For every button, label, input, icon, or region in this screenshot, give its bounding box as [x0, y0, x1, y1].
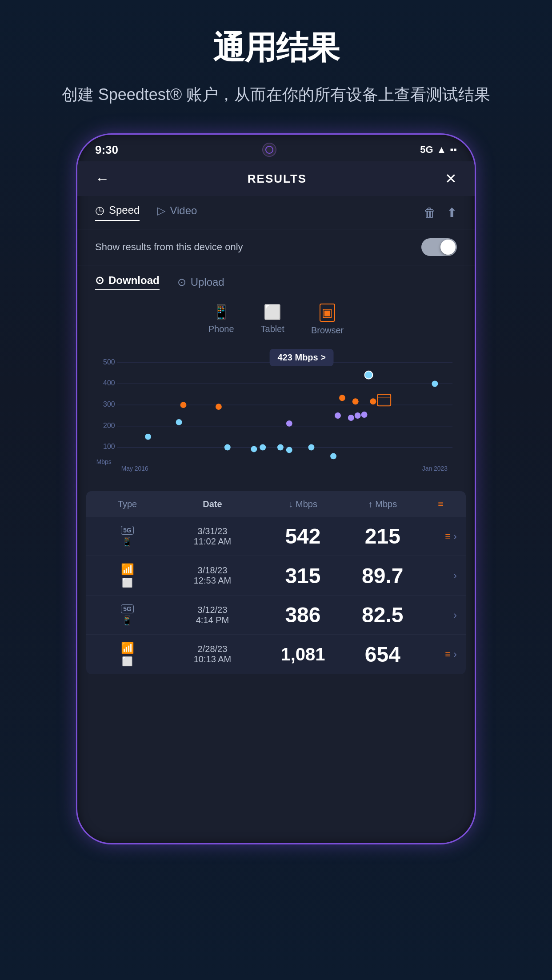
wifi-icon-2: 📶 [121, 563, 134, 576]
device-filter: 📱 Phone ⬜ Tablet ▣ Browser [77, 299, 475, 344]
upload-icon: ⊙ [177, 276, 186, 288]
chevron-icon-1[interactable]: › [453, 530, 457, 543]
svg-point-20 [308, 444, 314, 451]
date-cell-4: 2/28/23 10:13 AM [164, 644, 261, 664]
table-row[interactable]: 📶 ⬜ 2/28/23 10:13 AM 1,081 654 ≡ › [86, 635, 466, 674]
svg-text:Jan 2023: Jan 2023 [422, 465, 448, 472]
svg-point-30 [335, 412, 341, 419]
down-cell-4: 1,081 [265, 644, 340, 664]
dl-ul-row: ⊙ Download ⊙ Upload [77, 265, 475, 299]
header-report-icon: ≡ [438, 498, 444, 509]
svg-point-14 [176, 419, 182, 425]
device-icon-2: ⬜ [122, 577, 133, 588]
svg-point-16 [251, 446, 257, 452]
back-button[interactable]: ← [95, 171, 109, 187]
chevron-icon-4[interactable]: › [453, 648, 457, 660]
up-arrow-icon: ↑ [368, 499, 372, 509]
tab-video[interactable]: ▷ Video [157, 204, 197, 221]
th-down: ↓ Mbps [265, 499, 340, 509]
page-wrapper: 通用结果 创建 Speedtest® 账户，从而在你的所有设备上查看测试结果 9… [0, 0, 552, 980]
svg-point-33 [361, 412, 368, 418]
svg-rect-34 [377, 394, 391, 406]
delete-icon[interactable]: 🗑 [424, 205, 436, 220]
table-row[interactable]: 📶 ⬜ 3/18/23 12:53 AM 315 89.7 › [86, 556, 466, 596]
type-cell-4: 📶 ⬜ [95, 642, 160, 667]
up-cell-4: 654 [345, 642, 420, 667]
device-icon-3: 📱 [122, 615, 133, 626]
tab-actions: 🗑 ⬆ [424, 205, 457, 220]
video-label: Video [170, 204, 197, 217]
up-cell-1: 215 [345, 524, 420, 548]
svg-text:May 2016: May 2016 [121, 465, 148, 472]
date-4: 2/28/23 [164, 644, 261, 654]
close-button[interactable]: ✕ [445, 170, 457, 187]
tooltip-text: 423 Mbps > [278, 352, 326, 363]
svg-point-29 [286, 420, 292, 427]
speed-icon: ◷ [95, 204, 104, 216]
browser-device-label: Browser [311, 325, 344, 336]
phone-mockup: 9:30 5G ▲ ▪▪ ← RESULTS ✕ [76, 133, 476, 844]
device-browser[interactable]: ▣ Browser [311, 304, 344, 336]
device-icon-1: 📱 [122, 536, 133, 547]
nav-title: RESULTS [248, 172, 307, 186]
camera-inner [265, 146, 273, 154]
svg-point-19 [286, 447, 292, 453]
upload-tab[interactable]: ⊙ Upload [177, 276, 224, 288]
table-row[interactable]: 5G 📱 3/31/23 11:02 AM 542 215 ≡ › [86, 517, 466, 556]
side-button-2 [475, 339, 476, 375]
chart-svg: 500 400 300 200 100 Mbps May 2016 Jan 20… [91, 349, 461, 482]
chevron-icon-3[interactable]: › [453, 609, 457, 621]
device-icon-4: ⬜ [122, 656, 133, 667]
browser-device-icon: ▣ [320, 304, 335, 322]
chevron-icon-2[interactable]: › [453, 569, 457, 582]
svg-point-25 [216, 404, 222, 410]
th-up-label: Mbps [375, 499, 397, 509]
device-tablet[interactable]: ⬜ Tablet [261, 304, 284, 336]
time-2: 12:53 AM [164, 576, 261, 586]
date-1: 3/31/23 [164, 526, 261, 536]
tabs-row: ◷ Speed ▷ Video 🗑 ⬆ [77, 196, 475, 229]
svg-point-13 [145, 434, 151, 440]
device-phone[interactable]: 📱 Phone [208, 304, 234, 336]
results-table: Type Date ↓ Mbps ↑ Mbps [86, 491, 466, 674]
type-cell-2: 📶 ⬜ [95, 563, 160, 588]
date-cell-2: 3/18/23 12:53 AM [164, 565, 261, 586]
speed-label: Speed [109, 204, 140, 216]
type-cell-1: 5G 📱 [95, 526, 160, 547]
report-icon-1[interactable]: ≡ [445, 531, 451, 542]
action-cell-2: › [424, 569, 457, 582]
down-arrow-icon: ↓ [288, 499, 293, 509]
toggle-knob [440, 240, 456, 255]
status-icons: 5G ▲ ▪▪ [420, 144, 457, 156]
share-icon[interactable]: ⬆ [447, 205, 457, 220]
action-cell-4: ≡ › [424, 648, 457, 660]
toggle-switch[interactable] [421, 238, 457, 256]
svg-point-32 [355, 412, 361, 419]
status-bar: 9:30 5G ▲ ▪▪ [77, 135, 475, 161]
tab-speed[interactable]: ◷ Speed [95, 204, 140, 221]
report-icon-4[interactable]: ≡ [445, 648, 451, 660]
phone-device-label: Phone [208, 324, 234, 334]
battery-icon: ▪▪ [450, 144, 457, 156]
connection-badge-1: 5G [121, 526, 134, 535]
action-cell-3: › [424, 609, 457, 621]
table-row[interactable]: 5G 📱 3/12/23 4:14 PM 386 82.5 › [86, 596, 466, 635]
table-header: Type Date ↓ Mbps ↑ Mbps [86, 491, 466, 517]
svg-point-23 [432, 381, 438, 387]
date-cell-3: 3/12/23 4:14 PM [164, 605, 261, 625]
download-tab[interactable]: ⊙ Download [95, 274, 160, 290]
upload-label: Upload [191, 276, 224, 288]
up-cell-2: 89.7 [345, 564, 420, 588]
down-cell-2: 315 [265, 564, 340, 588]
action-cell-1: ≡ › [424, 530, 457, 543]
svg-point-36 [365, 371, 373, 379]
tablet-device-label: Tablet [261, 324, 284, 334]
status-time: 9:30 [95, 143, 118, 157]
th-date: Date [164, 499, 261, 509]
svg-point-21 [330, 453, 336, 459]
time-1: 11:02 AM [164, 536, 261, 547]
download-label: Download [108, 274, 160, 287]
th-action: ≡ [424, 498, 457, 510]
time-4: 10:13 AM [164, 654, 261, 664]
svg-point-28 [370, 398, 376, 404]
